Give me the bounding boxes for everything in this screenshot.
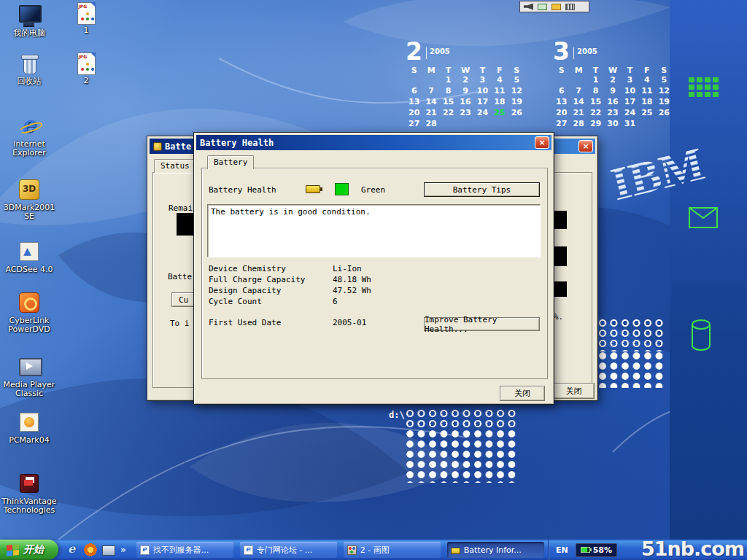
desktop-icon-label: Media Player Classic <box>1 381 57 398</box>
calendar-day: 16 <box>457 97 473 106</box>
close-button[interactable]: 关闭 <box>553 383 595 399</box>
calendar-day: 7 <box>570 86 587 96</box>
calendar-day <box>638 119 655 128</box>
battery-icon <box>306 185 320 193</box>
taskbar-task-button[interactable]: 2 - 画图 <box>344 542 441 558</box>
calendar-day: 3 <box>474 75 491 85</box>
calendar-day <box>422 75 439 85</box>
volume-icon <box>524 4 533 10</box>
close-button[interactable]: 关闭 <box>500 386 545 401</box>
calendar-day-header: S <box>508 66 525 75</box>
tab-status[interactable]: Status <box>154 159 196 173</box>
dialog-title: Battery Health <box>200 138 274 148</box>
tray-battery-icon <box>581 547 590 553</box>
desktop-icon-pcmark04[interactable]: PCMark04 <box>1 410 57 445</box>
taskbar-task-button[interactable]: Battery Infor... <box>447 542 544 558</box>
condition-textbox[interactable]: The battery is in good condition. <box>207 204 541 257</box>
desktop-icon-thinkvantage[interactable]: ThinkVantage Technologies <box>1 471 57 515</box>
calendar-day: 4 <box>638 75 655 85</box>
file-icon-label: 2 <box>69 77 104 85</box>
calendar-day-header: S <box>406 66 422 75</box>
quick-launch-show-desktop-icon[interactable] <box>102 545 115 556</box>
detail-label: Device Chemistry <box>209 263 333 274</box>
desktop-icon-label: 3DMark2001 SE <box>1 203 57 221</box>
task-label: 专门网论坛 - ... <box>257 545 312 556</box>
detail-label: Design Capacity <box>209 285 333 296</box>
tray-battery-percent: 58% <box>593 545 612 555</box>
calendar-day: 7 <box>422 86 439 96</box>
desktop-icon-3dmark2001[interactable]: 3DMark2001 SE <box>1 177 57 221</box>
tray-battery-indicator[interactable]: 58% <box>576 543 617 557</box>
calendar-day: 18 <box>638 97 655 106</box>
file-icon-1[interactable]: JPG 1 <box>69 2 104 35</box>
calendar-day: 6 <box>553 86 570 96</box>
calendar-day: 13 <box>553 97 570 106</box>
calendar-day: 5 <box>656 75 673 85</box>
task-icon <box>451 548 460 554</box>
task-icon <box>140 545 150 555</box>
calendar-day-header: T <box>622 66 638 75</box>
dialog-titlebar[interactable]: Battery Health × <box>196 135 551 150</box>
calendar-day: 21 <box>422 108 439 117</box>
media-player-classic-icon <box>17 354 42 379</box>
calendar-day: 8 <box>440 86 457 96</box>
battery-detail-row: Design Capacity 47.52 Wh <box>209 285 530 296</box>
calendar-day: 14 <box>422 97 439 106</box>
file-icon-label: 1 <box>69 26 104 35</box>
task-label: Battery Infor... <box>464 545 522 555</box>
calendar-day <box>440 119 457 128</box>
to-label-fragment: To i <box>170 319 190 328</box>
quick-launch: » <box>58 543 132 556</box>
calendar-day: 12 <box>508 86 525 96</box>
battery-health-label: Battery Health <box>209 185 276 195</box>
calendar-day <box>474 119 491 128</box>
desktop-icon-my-computer[interactable]: 我的电脑 <box>1 3 57 38</box>
battery-label-fragment: Batte <box>168 272 192 281</box>
calendar-day: 15 <box>440 97 457 106</box>
desktop-icon-media-player-classic[interactable]: Media Player Classic <box>1 354 57 398</box>
calendar-day <box>570 75 587 85</box>
calendar-day <box>457 119 473 128</box>
battery-tips-button[interactable]: Battery Tips <box>424 182 540 197</box>
calendar-day: 21 <box>570 108 587 117</box>
percent-fragment: %. <box>554 312 563 322</box>
start-button[interactable]: 开始 <box>0 540 58 560</box>
taskbar-task-button[interactable]: 专门网论坛 - ... <box>240 542 337 558</box>
desktop-icon-acdsee[interactable]: ACDSee 4.0 <box>1 239 57 274</box>
calendar-day-header-row: SMTWTFS <box>553 66 673 75</box>
improve-battery-health-button[interactable]: Improve Battery Health... <box>424 317 540 331</box>
calendar-day: 12 <box>656 86 673 96</box>
quick-launch-media-icon[interactable] <box>84 543 97 556</box>
language-indicator[interactable]: EN <box>556 545 568 555</box>
close-icon[interactable]: × <box>578 140 593 152</box>
tab-battery[interactable]: Battery <box>207 155 254 169</box>
dot-pattern-right <box>598 351 667 388</box>
recycle-bin-icon <box>17 51 42 76</box>
quick-launch-overflow-chevron[interactable]: » <box>120 545 126 555</box>
calendar-grid: 1234567891011121314151617181920212223242… <box>553 75 673 128</box>
calendar-day: 23 <box>604 108 621 117</box>
quick-launch-ie-icon[interactable] <box>66 543 79 556</box>
calendar-day: 19 <box>656 97 673 106</box>
battery-health-dialog: Battery Health × Battery Battery Health … <box>193 132 554 405</box>
desktop-icon-recycle-bin[interactable]: 回收站 <box>1 51 57 86</box>
powerdvd-icon <box>17 290 42 315</box>
task-label: 2 - 画图 <box>360 545 390 556</box>
calendar-day: 25 <box>491 108 508 117</box>
desktop-icon-powerdvd[interactable]: CyberLink PowerDVD <box>1 290 57 334</box>
jpg-badge: JPG <box>79 4 88 9</box>
close-icon[interactable]: × <box>535 136 549 149</box>
desktop-icon-label: Internet Explorer <box>1 140 57 158</box>
taskbar-task-button[interactable]: 找不到服务器... <box>136 542 233 558</box>
calendar-day <box>508 119 525 128</box>
calendar-day: 29 <box>587 119 604 128</box>
desktop-icon-internet-explorer[interactable]: Internet Explorer <box>1 114 57 158</box>
calendar-day: 14 <box>570 97 587 106</box>
file-icon-2[interactable]: JPG 2 <box>69 52 104 85</box>
my-computer-icon <box>17 3 42 28</box>
calendar-day-header: F <box>638 66 655 75</box>
cu-button-fragment[interactable]: Cu <box>171 292 196 307</box>
start-button-label: 开始 <box>23 543 44 556</box>
calendar-day: 22 <box>587 108 604 117</box>
detail-value: 48.18 Wh <box>333 274 371 285</box>
